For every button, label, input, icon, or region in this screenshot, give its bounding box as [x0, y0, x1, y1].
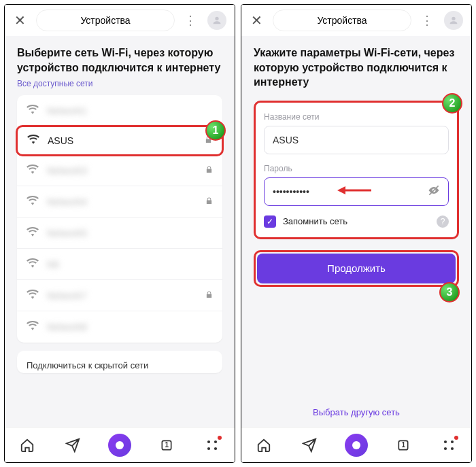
content-right: Укажите параметры Wi-Fi-сети, через кото…	[241, 36, 471, 427]
wifi-icon	[27, 165, 39, 177]
arrow-annotation	[337, 186, 371, 198]
hidden-network-link[interactable]: Подключиться к скрытой сети	[17, 351, 222, 373]
remember-label: Запомнить сеть	[283, 216, 347, 226]
lock-icon	[205, 165, 213, 176]
wifi-form: 2 Название сети ASUS Пароль ••••••••••• …	[254, 101, 459, 239]
home-icon[interactable]	[18, 436, 37, 455]
send-icon[interactable]	[300, 436, 319, 455]
network-name-label: Название сети	[264, 112, 449, 122]
svg-point-3	[207, 447, 210, 449]
wifi-row[interactable]: ASUS 1	[16, 125, 224, 156]
subheading: Все доступные сети	[17, 79, 222, 88]
tabs-icon[interactable]: 1	[394, 436, 413, 455]
bottom-nav: 1	[241, 427, 471, 462]
wifi-row[interactable]: Network4	[17, 186, 222, 218]
page-title: Устройства	[273, 10, 411, 31]
wifi-name: Network1	[47, 105, 213, 116]
menu-icon[interactable]	[203, 436, 222, 455]
svg-point-9	[444, 440, 447, 443]
wifi-name: Network8	[47, 322, 213, 332]
wifi-icon	[27, 135, 39, 147]
eye-off-icon[interactable]	[427, 184, 441, 200]
close-icon[interactable]: ✕	[250, 12, 263, 29]
home-icon[interactable]	[254, 436, 273, 455]
svg-point-2	[214, 440, 217, 443]
wifi-icon	[27, 258, 39, 271]
close-icon[interactable]: ✕	[13, 12, 27, 29]
alice-icon[interactable]	[345, 434, 368, 457]
step-badge-3: 3	[439, 282, 460, 302]
heading: Укажите параметры Wi-Fi-сети, через кото…	[254, 46, 459, 90]
checkbox-icon[interactable]: ✓	[264, 215, 276, 228]
wifi-icon	[27, 290, 39, 302]
svg-marker-7	[337, 186, 345, 194]
continue-button[interactable]: Продолжить	[257, 254, 456, 283]
svg-point-12	[451, 447, 454, 449]
network-name-input[interactable]: ASUS	[264, 126, 449, 154]
wifi-rows: Network1 ASUS 1 Network3 Network4 Networ…	[17, 95, 222, 343]
hidden-network-card[interactable]: Подключиться к скрытой сети	[17, 351, 222, 373]
avatar[interactable]	[207, 11, 226, 30]
menu-icon[interactable]	[439, 436, 458, 455]
wifi-icon	[27, 227, 39, 239]
wifi-icon	[27, 196, 39, 208]
more-icon[interactable]: ⋮	[421, 13, 433, 28]
phone-right: ✕ Устройства ⋮ Укажите параметры Wi-Fi-с…	[241, 4, 472, 463]
tabs-icon[interactable]: 1	[157, 436, 176, 455]
wifi-list: Network1 ASUS 1 Network3 Network4 Networ…	[17, 95, 222, 343]
wifi-name: ASUS	[48, 135, 197, 146]
header: ✕ Устройства ⋮	[5, 5, 235, 36]
svg-point-4	[214, 447, 217, 449]
wifi-row[interactable]: Network1	[17, 95, 222, 126]
wifi-row[interactable]: Network5	[17, 218, 222, 249]
wifi-icon	[27, 105, 39, 117]
wifi-row[interactable]: Network7	[17, 280, 222, 311]
svg-point-1	[207, 440, 210, 443]
wifi-row[interactable]: Network3	[17, 155, 222, 186]
step-badge-1: 1	[205, 120, 226, 141]
alice-icon[interactable]	[108, 434, 131, 457]
lock-icon	[205, 290, 213, 301]
choose-other-link[interactable]: Выбрать другую сеть	[254, 407, 459, 417]
svg-point-10	[451, 440, 454, 443]
password-label: Пароль	[264, 164, 449, 173]
wifi-name: Network5	[47, 228, 213, 239]
send-icon[interactable]	[63, 436, 82, 455]
wifi-row[interactable]: N6	[17, 249, 222, 280]
wifi-icon	[27, 321, 39, 333]
wifi-name: Network4	[47, 196, 197, 207]
avatar[interactable]	[444, 11, 463, 30]
wifi-name: Network3	[47, 165, 197, 176]
help-icon[interactable]: ?	[437, 215, 449, 228]
svg-point-11	[444, 447, 447, 449]
continue-wrap: Продолжить 3	[254, 250, 459, 287]
wifi-name: N6	[47, 259, 213, 270]
lock-icon	[205, 196, 213, 207]
header: ✕ Устройства ⋮	[241, 5, 471, 36]
heading: Выберите сеть Wi-Fi, через которую устро…	[17, 46, 222, 75]
wifi-row[interactable]: Network8	[17, 311, 222, 343]
content-left: Выберите сеть Wi-Fi, через которую устро…	[5, 36, 235, 427]
wifi-name: Network7	[47, 290, 197, 301]
bottom-nav: 1	[5, 427, 235, 462]
more-icon[interactable]: ⋮	[184, 13, 197, 28]
page-title: Устройства	[36, 10, 175, 31]
remember-row[interactable]: ✓ Запомнить сеть ?	[264, 215, 449, 228]
step-badge-2: 2	[442, 93, 462, 114]
phone-left: ✕ Устройства ⋮ Выберите сеть Wi-Fi, чере…	[4, 4, 235, 463]
